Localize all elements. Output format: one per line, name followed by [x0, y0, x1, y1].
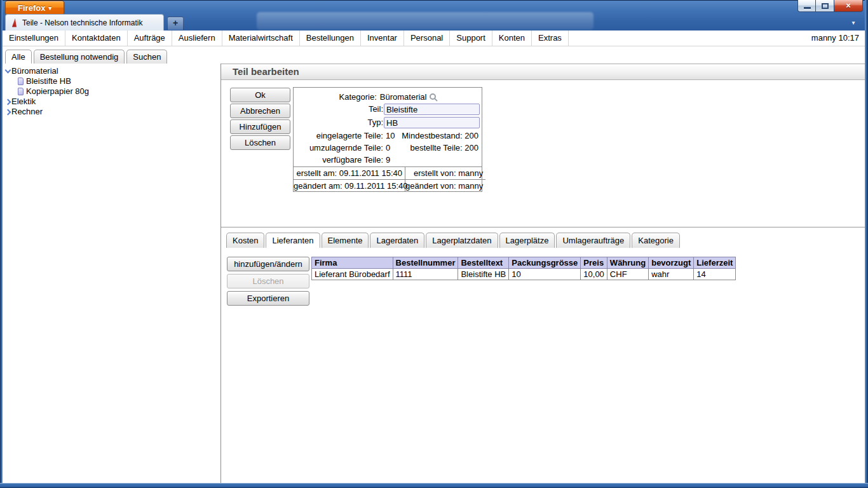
- col-firma[interactable]: Firma: [312, 257, 393, 269]
- pane-divider: [220, 64, 221, 483]
- menu-item-einstellungen[interactable]: Einstellungen: [3, 30, 65, 46]
- close-button[interactable]: ×: [834, 0, 863, 12]
- col-waehrung[interactable]: Währung: [607, 257, 648, 269]
- exportieren-button[interactable]: Exportieren: [227, 291, 309, 306]
- menu-item-konten[interactable]: Konten: [492, 30, 532, 46]
- menu-bar: Einstellungen Kontaktdaten Aufträge Ausl…: [3, 30, 865, 46]
- tree-item-elektik[interactable]: Elektik: [4, 97, 219, 107]
- col-bestelltext[interactable]: Bestelltext: [458, 257, 509, 269]
- tab-lagerplatzdaten[interactable]: Lagerplatzdaten: [426, 233, 498, 248]
- browser-tab-title: Teile - Nelson technische Informatik: [22, 18, 142, 27]
- table-row[interactable]: Lieferant Bürobedarf 1111 Bleistifte HB …: [312, 269, 736, 280]
- kategorie-row: Kategorie: Büromaterial: [294, 90, 482, 103]
- part-edit-form: Kategorie: Büromaterial Teil: Typ: einge…: [293, 87, 482, 192]
- browser-tab[interactable]: Teile - Nelson technische Informatik: [5, 14, 164, 30]
- tree-item-label: Elektik: [11, 97, 36, 107]
- eingelagerte-label: eingelagerte Teile:: [316, 130, 383, 142]
- bestand-row-2: umzulagernde Teile: 0 bestellte Teile: 2…: [294, 142, 482, 154]
- teil-field[interactable]: [384, 104, 480, 115]
- menu-item-ausliefern[interactable]: Ausliefern: [172, 30, 222, 46]
- tab-lagerdaten[interactable]: Lagerdaten: [370, 233, 424, 248]
- detail-section-divider: [221, 227, 865, 227]
- tree-item-kopierpapier-80g[interactable]: Kopierpapier 80g: [4, 86, 219, 97]
- typ-label: Typ:: [367, 116, 383, 128]
- menu-item-extras[interactable]: Extras: [532, 30, 569, 46]
- minimize-button[interactable]: [797, 0, 816, 12]
- menu-item-kontaktdaten[interactable]: Kontaktdaten: [65, 30, 128, 46]
- loeschen-button[interactable]: Löschen: [230, 135, 290, 150]
- tab-kategorie[interactable]: Kategorie: [632, 233, 680, 248]
- typ-row: Typ:: [294, 116, 482, 130]
- menu-item-auftraege[interactable]: Aufträge: [128, 30, 172, 46]
- window-controls: ×: [797, 0, 863, 12]
- detail-loeschen-button[interactable]: Löschen: [227, 274, 309, 288]
- tree-collapsed-icon[interactable]: [4, 108, 11, 116]
- col-packungsgroesse[interactable]: Packungsgrösse: [509, 257, 581, 269]
- tab-elemente[interactable]: Elemente: [322, 233, 369, 248]
- geaendert-von-label: geändert von:: [405, 181, 456, 191]
- umzulagernde-value: 0: [386, 142, 390, 154]
- tree-item-bleistifte-hb[interactable]: Bleistifte HB: [4, 76, 219, 86]
- umzulagernde-label: umzulagernde Teile:: [309, 142, 383, 154]
- abbrechen-button[interactable]: Abbrechen: [230, 104, 290, 118]
- tree-collapsed-icon[interactable]: [4, 98, 11, 105]
- geaendert-am-label: geändert am:: [294, 181, 342, 191]
- page-title: Teil bearbeiten: [221, 64, 865, 80]
- col-bevorzugt[interactable]: bevorzugt: [649, 257, 694, 269]
- chevron-down-icon: ▾: [48, 5, 51, 11]
- browser-window: Firefox▾ × Teile - Nelson technische Inf…: [0, 0, 868, 488]
- close-icon: ×: [846, 1, 851, 10]
- menu-item-materialwirtschaft[interactable]: Materialwirtschaft: [222, 30, 300, 46]
- hinzufuegen-button[interactable]: Hinzufügen: [230, 119, 290, 134]
- search-icon[interactable]: [430, 93, 436, 100]
- kategorie-label: Kategorie:: [339, 91, 377, 103]
- menu-item-personal[interactable]: Personal: [404, 30, 450, 46]
- suppliers-table: Firma Bestellnummer Bestelltext Packungs…: [311, 257, 736, 280]
- tab-lagerplaetze[interactable]: Lagerplätze: [499, 233, 555, 248]
- erstellt-von-label: erstellt von:: [414, 168, 456, 178]
- category-tab-strip: Alle Bestellung notwendig Suchen: [5, 50, 167, 64]
- tab-umlagerauftraege[interactable]: Umlageraufträge: [556, 233, 630, 248]
- menu-item-bestellungen[interactable]: Bestellungen: [300, 30, 361, 46]
- col-bestellnummer[interactable]: Bestellnummer: [393, 257, 458, 269]
- geaendert-von-value: manny: [458, 181, 483, 191]
- tree-expanded-icon[interactable]: [4, 67, 11, 75]
- kategorie-value: Büromaterial: [380, 91, 427, 103]
- cell-packungsgroesse: 10: [509, 269, 581, 280]
- hinzufuegen-aendern-button[interactable]: hinzufügen/ändern: [227, 257, 309, 271]
- tree-item-rechner[interactable]: Rechner: [4, 107, 219, 117]
- tree-item-bueromaterial[interactable]: Büromaterial: [4, 66, 219, 76]
- user-session-status: manny 10:17: [811, 30, 865, 46]
- window-border-bottom: [0, 483, 868, 488]
- firefox-button-label: Firefox: [18, 3, 45, 13]
- list-all-tabs-button[interactable]: ▾: [846, 18, 860, 28]
- tree-item-label: Kopierpapier 80g: [26, 86, 89, 97]
- mindestbestand-label: Mindestbestand:: [402, 131, 462, 140]
- erstellt-am-value: 09.11.2011 15:40: [339, 168, 402, 178]
- cell-firma: Lieferant Bürobedarf: [312, 269, 393, 280]
- firefox-menu-button[interactable]: Firefox▾: [5, 1, 64, 15]
- tab-alle[interactable]: Alle: [5, 50, 32, 64]
- geaendert-von-cell: geändert von: manny: [405, 179, 485, 191]
- erstellt-von-value: manny: [458, 168, 483, 178]
- tab-lieferanten[interactable]: Lieferanten: [266, 233, 320, 248]
- ok-button[interactable]: Ok: [230, 88, 290, 102]
- tab-kosten[interactable]: Kosten: [226, 233, 264, 248]
- col-preis[interactable]: Preis: [581, 257, 607, 269]
- maximize-button[interactable]: [816, 0, 834, 12]
- tab-suchen[interactable]: Suchen: [126, 50, 167, 64]
- bestellte-value: 200: [465, 143, 478, 152]
- tab-bestellung-notwendig[interactable]: Bestellung notwendig: [34, 50, 125, 64]
- verfuegbare-value: 9: [386, 154, 390, 166]
- typ-field[interactable]: [384, 117, 480, 128]
- new-tab-button[interactable]: +: [167, 17, 184, 30]
- cell-lieferzeit: 14: [694, 269, 736, 280]
- parts-tree: Büromaterial Bleistifte HB Kopierpapier …: [4, 66, 219, 117]
- menu-item-inventar[interactable]: Inventar: [361, 30, 404, 46]
- geaendert-am-cell: geändert am: 09.11.2011 15:40: [294, 179, 405, 191]
- geaendert-am-value: 09.11.2011 15:40: [344, 181, 407, 191]
- menu-item-support[interactable]: Support: [450, 30, 492, 46]
- document-icon: [18, 78, 24, 85]
- cell-bevorzugt: wahr: [649, 269, 694, 280]
- col-lieferzeit[interactable]: Lieferzeit: [694, 257, 736, 269]
